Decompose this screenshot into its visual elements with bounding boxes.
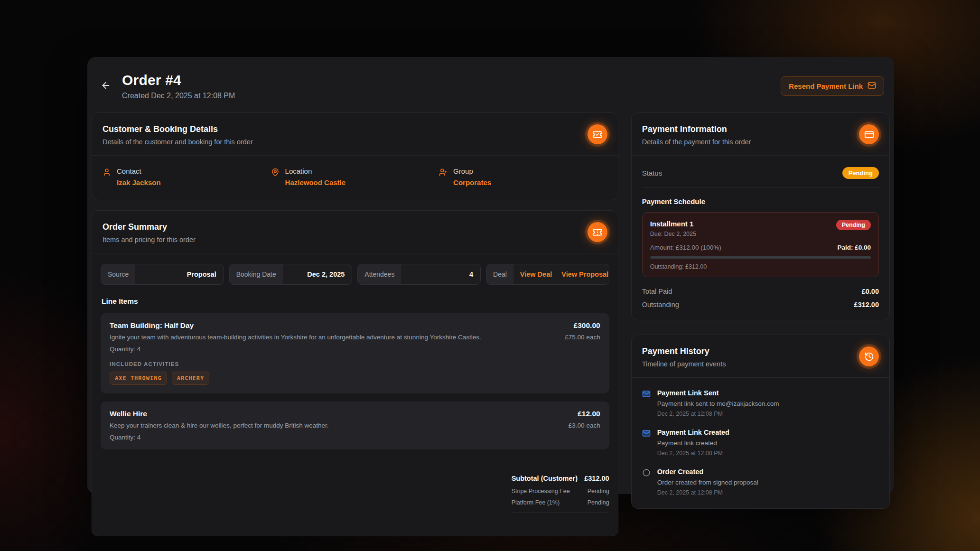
order-summary-subtitle: Items and pricing for this order xyxy=(103,236,196,243)
customer-card-header: Customer & Booking Details Details of th… xyxy=(92,113,618,156)
payment-history-subtitle: Timeline of payment events xyxy=(642,360,726,368)
resend-payment-link-label: Resend Payment Link xyxy=(789,82,863,90)
right-column: Payment Information Details of the payme… xyxy=(631,112,890,536)
payment-info-title: Payment Information xyxy=(642,124,751,134)
payment-info-body: Status Pending Payment Schedule Installm… xyxy=(632,156,889,320)
ticket-icon xyxy=(588,222,607,242)
customer-booking-card: Customer & Booking Details Details of th… xyxy=(92,112,618,200)
payment-info-header: Payment Information Details of the payme… xyxy=(632,113,889,156)
order-summary-header: Order Summary Items and pricing for this… xyxy=(92,211,618,253)
customer-card-title: Customer & Booking Details xyxy=(103,124,253,134)
total-paid-value: £0.00 xyxy=(862,288,879,295)
contact-link[interactable]: Izak Jackson xyxy=(117,178,161,187)
title-block: Order #4 Created Dec 2, 2025 at 12:08 PM xyxy=(122,72,781,100)
platform-fee-label: Platform Fee (1%) xyxy=(512,499,560,506)
page-title: Order #4 xyxy=(122,72,781,88)
line-item-unit-price: £3.00 each xyxy=(569,422,600,429)
contact-field: Contact Izak Jackson xyxy=(103,167,271,187)
resend-payment-link-button[interactable]: Resend Payment Link xyxy=(781,76,884,96)
view-deal-link[interactable]: View Deal xyxy=(520,271,552,278)
order-created-subtitle: Created Dec 2, 2025 at 12:08 PM xyxy=(122,92,781,100)
outstanding-value: £312.00 xyxy=(854,301,879,308)
user-icon xyxy=(103,168,111,177)
event-title: Payment Link Created xyxy=(657,429,729,436)
booking-date-value: Dec 2, 2025 xyxy=(283,264,352,284)
event-description: Order created from signed proposal xyxy=(657,479,758,486)
page-header: Order #4 Created Dec 2, 2025 at 12:08 PM… xyxy=(92,68,890,112)
event-title: Payment Link Sent xyxy=(657,389,779,397)
group-label: Group xyxy=(453,167,491,175)
location-link[interactable]: Hazlewood Castle xyxy=(285,178,346,187)
ticket-check-icon xyxy=(588,124,607,144)
map-pin-icon xyxy=(271,168,280,177)
line-item-price: £300.00 xyxy=(574,321,600,330)
payment-info-subtitle: Details of the payment for this order xyxy=(642,138,751,146)
content-grid: Customer & Booking Details Details of th… xyxy=(92,112,890,541)
payment-history-body: Payment Link Sent Payment link sent to m… xyxy=(632,378,889,508)
line-item: Team Building: Half Day £300.00 Ignite y… xyxy=(101,313,609,393)
line-items-heading: Line Items xyxy=(102,297,609,306)
timeline-event: Order Created Order created from signed … xyxy=(642,468,879,496)
mail-icon xyxy=(642,390,651,398)
timeline-event: Payment Link Created Payment link create… xyxy=(642,429,879,457)
stripe-fee-value: Pending xyxy=(588,488,609,495)
payment-history-header: Payment History Timeline of payment even… xyxy=(632,335,889,378)
payment-summary-rows: Total Paid £0.00 Outstanding £312.00 xyxy=(642,288,879,308)
order-summary-title: Order Summary xyxy=(103,222,196,232)
history-icon xyxy=(859,346,879,366)
order-totals: Subtotal (Customer) £312.00 Stripe Proce… xyxy=(512,462,609,513)
user-plus-icon xyxy=(439,168,448,177)
booking-date-cell: Booking Date Dec 2, 2025 xyxy=(229,264,353,285)
platform-fee-value: Pending xyxy=(588,499,609,506)
order-summary-card: Order Summary Items and pricing for this… xyxy=(92,210,618,536)
customer-fields: Contact Izak Jackson Location Hazlewood … xyxy=(92,156,618,200)
group-link[interactable]: Corporates xyxy=(453,178,491,187)
mail-icon xyxy=(642,429,651,438)
status-label: Status xyxy=(642,169,663,177)
left-column: Customer & Booking Details Details of th… xyxy=(92,112,618,536)
installment-outstanding: Outstanding: £312.00 xyxy=(650,263,871,270)
source-label: Source xyxy=(101,264,135,284)
event-timestamp: Dec 2, 2025 at 12:08 PM xyxy=(657,411,779,417)
installment-due-date: Due: Dec 2, 2025 xyxy=(650,231,696,237)
payment-history-card: Payment History Timeline of payment even… xyxy=(631,335,890,509)
customer-card-subtitle: Details of the customer and booking for … xyxy=(103,138,253,146)
view-proposal-link[interactable]: View Proposal xyxy=(561,271,608,278)
location-field: Location Hazlewood Castle xyxy=(271,167,439,187)
subtotal-label: Subtotal (Customer) xyxy=(512,475,578,482)
timeline-event: Payment Link Sent Payment link sent to m… xyxy=(642,389,879,417)
order-summary-body: Source Proposal Booking Date Dec 2, 2025… xyxy=(92,253,618,536)
activity-badges: AXE THROWING ARCHERY xyxy=(110,372,600,385)
installment-amount: Amount: £312.00 (100%) xyxy=(650,244,721,251)
credit-card-icon xyxy=(859,124,879,144)
line-item-quantity: Quantity: 4 xyxy=(110,434,600,441)
installment-status-badge: Pending xyxy=(836,220,871,230)
mail-icon xyxy=(868,81,876,91)
attendees-cell: Attendees 4 xyxy=(357,264,481,285)
back-button[interactable] xyxy=(97,78,114,95)
line-item: Wellie Hire £12.00 Keep your trainers cl… xyxy=(101,402,609,449)
installment-name: Installment 1 xyxy=(650,220,696,228)
arrow-left-icon xyxy=(101,80,111,92)
line-item-quantity: Quantity: 4 xyxy=(110,346,600,353)
booking-date-label: Booking Date xyxy=(230,264,283,284)
installment-card: Installment 1 Due: Dec 2, 2025 Pending A… xyxy=(642,212,879,277)
group-field: Group Corporates xyxy=(439,167,607,187)
installment-paid: Paid: £0.00 xyxy=(837,244,871,251)
location-label: Location xyxy=(285,167,346,175)
payment-information-card: Payment Information Details of the payme… xyxy=(631,112,890,320)
order-meta-row: Source Proposal Booking Date Dec 2, 2025… xyxy=(101,264,609,285)
included-activities-heading: INCLUDED ACTIVITIES xyxy=(110,361,600,367)
activity-badge: ARCHERY xyxy=(172,372,210,385)
circle-icon xyxy=(642,468,651,477)
event-timestamp: Dec 2, 2025 at 12:08 PM xyxy=(657,489,758,496)
attendees-value: 4 xyxy=(401,264,480,284)
subtotal-value: £312.00 xyxy=(584,475,609,482)
attendees-label: Attendees xyxy=(358,264,401,284)
payment-history-title: Payment History xyxy=(642,346,726,356)
event-title: Order Created xyxy=(657,468,758,476)
source-cell: Source Proposal xyxy=(101,264,224,285)
line-item-price: £12.00 xyxy=(578,410,600,418)
total-paid-label: Total Paid xyxy=(642,288,672,295)
payment-schedule-heading: Payment Schedule xyxy=(642,197,879,205)
